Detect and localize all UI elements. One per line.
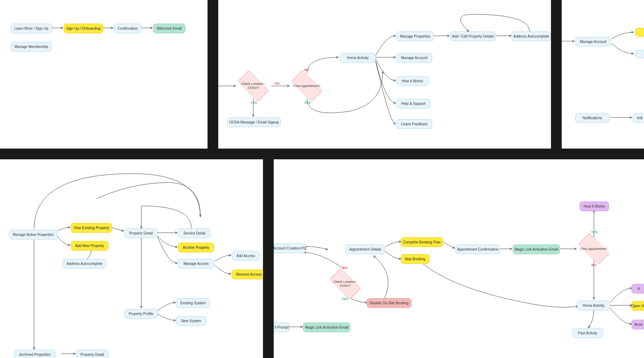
node-manage-active-properties[interactable]: Manage Active Properties (9, 230, 57, 240)
label-yes-2: YES (304, 101, 311, 105)
diamond-first-appointment[interactable]: First Appointment? (289, 75, 325, 97)
node-manage-membership[interactable]: Manage Membership (11, 42, 52, 52)
node-appointment-details[interactable]: Appointment Details (345, 245, 385, 254)
node-address-autocomplete[interactable]: Address Autocomplete (512, 32, 551, 41)
panel-4-arrows (0, 159, 263, 358)
panel-4: Manage Active Properties View Existing P… (0, 159, 263, 358)
node-magic-link-1[interactable]: Magic Link Activation Email (513, 245, 560, 254)
node-property-profile[interactable]: Property Profile (125, 309, 157, 319)
node-notifications[interactable]: Notifications (575, 113, 609, 123)
label-no-2: NO (304, 68, 309, 72)
svg-line-11 (111, 227, 123, 231)
node-complete-booking-flow[interactable]: Complete Booking Flow (401, 237, 443, 247)
node-a-partial[interactable]: A (631, 284, 644, 294)
panel-5: Account Creation Pt2 Appointment Details… (274, 159, 644, 358)
node-address-autocomplete-2[interactable]: Address Autocomplete (63, 259, 106, 268)
label-no-1: NO (275, 82, 280, 85)
node-property-detail[interactable]: Property Detail (125, 228, 157, 238)
node-magic-link-2[interactable]: Magic Link Activation Email (303, 323, 350, 332)
panel-1-arrows (0, 0, 208, 149)
node-manage-properties[interactable]: Manage Properties (396, 32, 434, 41)
node-disable-onsite-booking[interactable]: Disable On-Site Booking (367, 298, 411, 308)
node-appointment-confirmation[interactable]: Appointment Confirmation (455, 245, 500, 254)
node-learn-more[interactable]: Learn More / Sign Up (11, 24, 52, 33)
label-yes-4: YES (342, 297, 348, 301)
node-skip-booking[interactable]: Skip Booking (401, 254, 429, 264)
node-manage-account[interactable]: Manage Account (396, 53, 432, 63)
label-no-4: NO (342, 266, 347, 270)
node-leave-feedback[interactable]: Leave Feedback (396, 119, 432, 129)
node-indi-partial[interactable]: Indi (633, 113, 644, 123)
label-yes-1: YES (250, 101, 257, 105)
node-oosa-message[interactable]: OOSA Message / Email Signup (227, 117, 281, 127)
node-new-system[interactable]: New System (176, 316, 206, 326)
panel-3-arrows (562, 0, 644, 149)
label-yes-3: YES (591, 230, 597, 234)
node-service-detail[interactable]: Service Detail (178, 228, 210, 238)
panel-3: Manage Account Notifications Indi (562, 0, 644, 149)
node-existing-system[interactable]: Existing System (176, 298, 210, 308)
node-confirmation[interactable]: Confirmation (114, 24, 142, 33)
node-blue-partial[interactable] (635, 50, 644, 58)
node-yellow-partial[interactable] (635, 28, 644, 37)
node-remove-access[interactable]: Remove Access (232, 270, 263, 279)
node-how-it-works-purple[interactable]: How It Works (580, 202, 609, 211)
node-manage-account-2[interactable]: Manage Account (575, 37, 611, 47)
panel-2: Check Location - OOSA? First Appointment… (218, 0, 551, 149)
panel-1: Learn More / Sign Up Sign Up / Onboardin… (0, 0, 208, 149)
node-help-support[interactable]: Help & Support (396, 99, 430, 108)
diamond-first-appointment-2[interactable]: First Appointment? (576, 238, 612, 260)
node-ll-prompt[interactable]: ll Prompt (274, 323, 290, 332)
node-book-partial[interactable]: Book (631, 320, 644, 329)
node-home-activity[interactable]: Home Activity (340, 53, 376, 63)
node-add-edit-property[interactable]: Add / Edit Property Details (450, 32, 496, 41)
node-signup-onboarding[interactable]: Sign Up / Onboarding (64, 24, 103, 33)
label-no-3: NO (591, 263, 596, 267)
node-account-creation-pt2[interactable]: Account Creation Pt2 (274, 243, 306, 253)
node-past-activity[interactable]: Past Activity (572, 328, 603, 338)
node-view-existing-property[interactable]: View Existing Property (71, 223, 112, 233)
node-archive-property[interactable]: Archive Property (178, 243, 214, 252)
diamond-check-location-2[interactable]: Check Location - OOSA? (327, 273, 363, 295)
node-add-new-property[interactable]: Add New Property (71, 241, 108, 251)
diamond-check-location[interactable]: Check Location - OOSA? (235, 75, 271, 97)
svg-line-16 (442, 242, 454, 248)
node-home-activity-2[interactable]: Home Activity (577, 301, 610, 310)
node-property-detail-2[interactable]: Property Detail (76, 350, 108, 358)
node-open-util-partial[interactable]: Open Util (631, 301, 644, 311)
node-manage-access[interactable]: Manage Access (178, 259, 214, 268)
node-how-it-works[interactable]: How It Works (396, 76, 429, 86)
node-welcome-email[interactable]: Welcome Email (153, 24, 185, 33)
node-archived-properties[interactable]: Archived Properties (14, 350, 55, 358)
node-add-access[interactable]: Add Access (232, 251, 260, 261)
